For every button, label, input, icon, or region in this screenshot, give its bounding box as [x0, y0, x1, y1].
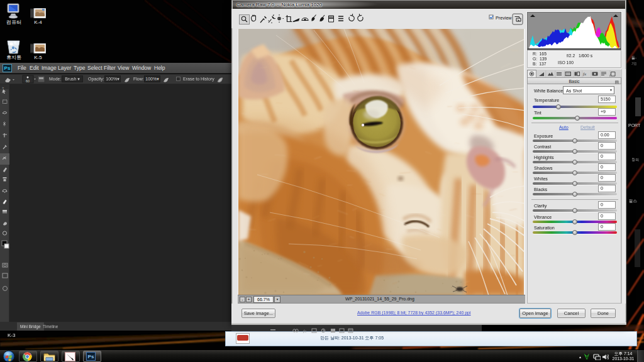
svg-text:Preview: Preview — [496, 15, 512, 21]
svg-text:60: 60 — [26, 79, 30, 83]
svg-text:fx: fx — [583, 72, 587, 77]
svg-text:fx: fx — [303, 329, 307, 334]
